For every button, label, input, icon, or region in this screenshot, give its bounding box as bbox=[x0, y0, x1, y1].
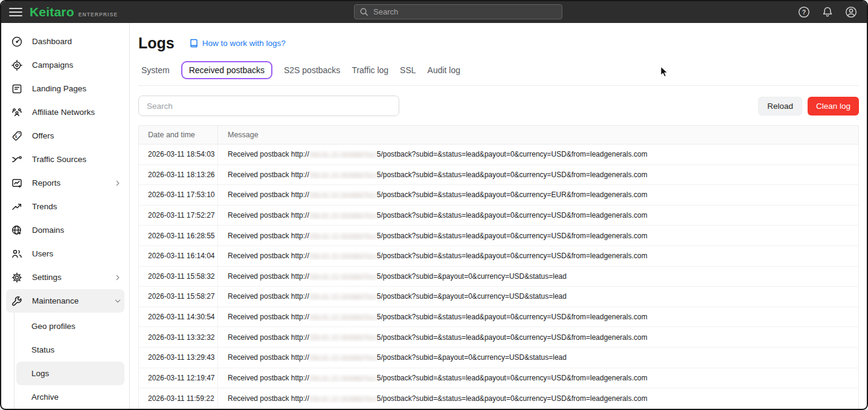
tab-ssl[interactable]: SSL bbox=[400, 62, 416, 79]
log-message: Received postback http://206.81.22.26/68… bbox=[218, 232, 858, 240]
sidebar-item-campaigns[interactable]: Campaigns bbox=[1, 53, 129, 77]
chevron-right-icon bbox=[114, 179, 122, 187]
sidebar-subitem-geo-profiles[interactable]: Geo profiles bbox=[16, 314, 124, 338]
column-header-date: Date and time bbox=[139, 126, 218, 144]
sidebar-item-label: Domains bbox=[32, 226, 64, 235]
tab-audit-log[interactable]: Audit log bbox=[428, 62, 460, 79]
sidebar-item-offers[interactable]: s Offers bbox=[1, 124, 129, 148]
message-suffix: 5/postback?subid=&status=lead&payout=0&c… bbox=[377, 374, 648, 382]
help-docs-link[interactable]: How to work with logs? bbox=[190, 39, 286, 48]
tab-system[interactable]: System bbox=[141, 62, 170, 79]
message-suffix: 5/postback?subid=&status=lead&payout=0&c… bbox=[377, 252, 648, 260]
sidebar-item-traffic-sources[interactable]: Traffic Sources bbox=[1, 148, 129, 171]
message-suffix: 5/postback?subid=&status=lead&payout=0&c… bbox=[377, 333, 648, 342]
sidebar-item-affiliate-networks[interactable]: Affiliate Networks bbox=[1, 100, 129, 124]
log-message: Received postback http://206.81.22.26/68… bbox=[218, 394, 858, 403]
redacted-text: 206.81.22.26/68fd75e1d7 bbox=[309, 314, 377, 321]
log-datetime: 2026-03-11 16:28:55 bbox=[139, 226, 218, 246]
message-prefix: Received postback http:// bbox=[228, 313, 309, 321]
report-chart-icon bbox=[11, 177, 23, 189]
sidebar-subitem-archive[interactable]: Archive bbox=[16, 385, 124, 409]
maintenance-submenu: Geo profiles Status Logs Archive bbox=[14, 313, 129, 409]
sidebar-item-label: Offers bbox=[32, 131, 54, 140]
help-icon[interactable]: ? bbox=[797, 5, 811, 19]
table-row: 2026-03-11 15:58:32 Received postback ht… bbox=[139, 267, 858, 287]
tab-traffic-log[interactable]: Traffic log bbox=[352, 62, 388, 79]
redacted-text: 206.81.22.26/68fd75e1d7 bbox=[309, 375, 377, 382]
redacted-text: 206.81.22.26/68fd75e1d7 bbox=[309, 253, 377, 260]
redacted-text: 206.81.22.26/68fd75e1d7 bbox=[309, 212, 377, 220]
sidebar-subitem-logs[interactable]: Logs bbox=[16, 362, 124, 385]
global-search-input[interactable] bbox=[373, 7, 557, 16]
table-row: 2026-03-11 14:30:54 Received postback ht… bbox=[139, 307, 858, 328]
notifications-bell-icon[interactable] bbox=[820, 5, 835, 19]
sidebar-subitem-label: Geo profiles bbox=[31, 322, 76, 331]
svg-text:s: s bbox=[15, 134, 18, 138]
log-datetime: 2026-03-11 17:53:10 bbox=[139, 185, 218, 205]
sidebar-item-label: Traffic Sources bbox=[32, 155, 86, 164]
sidebar-item-label: Trends bbox=[32, 202, 57, 211]
tab-received-postbacks[interactable]: Received postbacks bbox=[181, 61, 272, 79]
message-suffix: 5/postback?subid=&status=lead&payout=0&c… bbox=[377, 190, 648, 199]
sidebar-item-reports[interactable]: Reports bbox=[1, 171, 129, 195]
redacted-text: 206.81.22.26/68fd75e1d7 bbox=[309, 293, 377, 301]
sidebar-item-domains[interactable]: Domains bbox=[1, 218, 129, 242]
people-network-icon bbox=[11, 106, 23, 119]
main-content: Logs How to work with logs? System Recei… bbox=[130, 23, 867, 409]
log-datetime: 2026-03-11 12:19:47 bbox=[139, 368, 218, 388]
sidebar-item-dashboard[interactable]: Dashboard bbox=[1, 30, 129, 53]
redacted-text: 206.81.22.26/68fd75e1d7 bbox=[309, 395, 377, 403]
sidebar-item-landing-pages[interactable]: Landing Pages bbox=[1, 77, 129, 100]
redacted-text: 206.81.22.26/68fd75e1d7 bbox=[309, 192, 377, 199]
action-buttons: Reload Clean log bbox=[758, 97, 859, 116]
log-search-input[interactable] bbox=[138, 96, 399, 116]
table-row: 2026-03-11 16:14:04 Received postback ht… bbox=[139, 246, 858, 267]
message-suffix: 5/postback?subid=&status=lead&payout=0&c… bbox=[377, 313, 648, 321]
sidebar-item-label: Maintenance bbox=[32, 296, 79, 305]
redacted-text: 206.81.22.26/68fd75e1d7 bbox=[309, 233, 377, 240]
tab-bar: System Received postbacks S2S postbacks … bbox=[138, 60, 859, 86]
table-row: 2026-03-11 16:28:55 Received postback ht… bbox=[139, 226, 858, 246]
sidebar-item-label: Dashboard bbox=[32, 37, 72, 46]
log-datetime: 2026-03-11 11:59:22 bbox=[139, 388, 218, 409]
reload-button[interactable]: Reload bbox=[758, 97, 802, 116]
table-row: 2026-03-11 15:58:27 Received postback ht… bbox=[139, 287, 858, 307]
tab-s2s-postbacks[interactable]: S2S postbacks bbox=[284, 62, 340, 79]
redacted-text: 206.81.22.26/68fd75e1d7 bbox=[309, 354, 377, 362]
message-prefix: Received postback http:// bbox=[228, 150, 309, 158]
log-datetime: 2026-03-11 17:52:27 bbox=[139, 206, 218, 226]
table-row: 2026-03-11 12:19:47 Received postback ht… bbox=[139, 368, 858, 389]
topbar-icons: ? bbox=[797, 1, 858, 23]
hamburger-menu-icon[interactable] bbox=[9, 8, 22, 16]
table-row: 2026-03-11 11:59:22 Received postback ht… bbox=[139, 388, 858, 409]
message-suffix: 5/postback?subid=&status=lead&payout=0&c… bbox=[377, 232, 648, 240]
sidebar-subitem-status[interactable]: Status bbox=[16, 338, 124, 362]
log-datetime: 2026-03-11 18:54:03 bbox=[139, 145, 218, 164]
redacted-text: 206.81.22.26/68fd75e1d7 bbox=[309, 151, 377, 158]
log-datetime: 2026-03-11 13:29:43 bbox=[139, 348, 218, 368]
app-window: Keitaro ENTERPRISE ? bbox=[0, 0, 868, 410]
sidebar: Dashboard Campaigns Landing Pages Affili… bbox=[1, 23, 130, 409]
message-suffix: 5/postback?subid=&status=lead&payout=0&c… bbox=[377, 211, 648, 220]
log-message: Received postback http://206.81.22.26/68… bbox=[218, 353, 858, 362]
message-prefix: Received postback http:// bbox=[228, 190, 309, 199]
message-suffix: 5/postback?subid=&status=lead&payout=0&c… bbox=[377, 171, 648, 179]
redacted-text: 206.81.22.26/68fd75e1d7 bbox=[309, 334, 377, 341]
sidebar-item-users[interactable]: Users bbox=[1, 242, 129, 265]
search-icon bbox=[359, 7, 368, 16]
account-icon[interactable] bbox=[844, 5, 858, 19]
document-icon bbox=[11, 83, 23, 95]
log-message: Received postback http://206.81.22.26/68… bbox=[218, 150, 858, 158]
topbar: Keitaro ENTERPRISE ? bbox=[1, 1, 867, 23]
users-icon bbox=[11, 248, 23, 260]
message-prefix: Received postback http:// bbox=[228, 232, 309, 240]
log-datetime: 2026-03-11 13:32:32 bbox=[139, 327, 218, 347]
sidebar-item-settings[interactable]: Settings bbox=[1, 265, 129, 289]
brand-logo: Keitaro ENTERPRISE bbox=[30, 5, 118, 19]
sidebar-item-trends[interactable]: Trends bbox=[1, 195, 129, 218]
message-prefix: Received postback http:// bbox=[228, 272, 309, 281]
global-search[interactable] bbox=[354, 4, 562, 19]
clean-log-button[interactable]: Clean log bbox=[808, 97, 859, 116]
log-message: Received postback http://206.81.22.26/68… bbox=[218, 190, 858, 199]
sidebar-item-maintenance[interactable]: Maintenance bbox=[6, 289, 124, 313]
